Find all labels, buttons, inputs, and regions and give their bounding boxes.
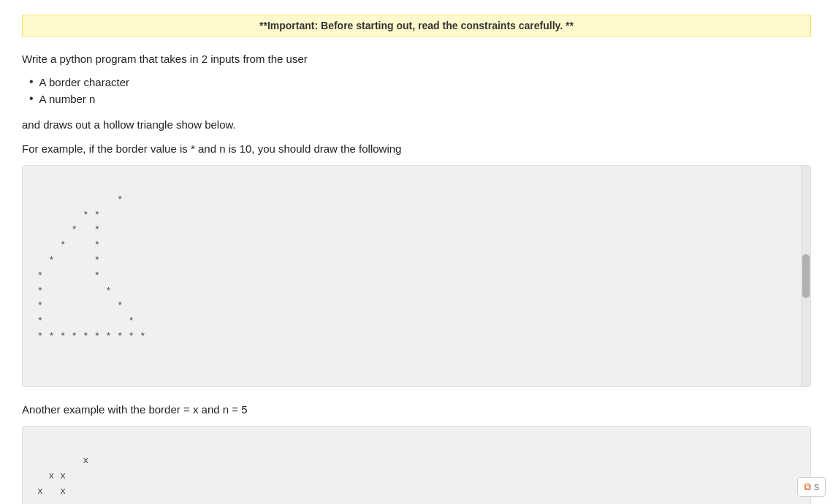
bullet-item-border: A border character [29,75,811,88]
bottom-badge: ⧉ S [797,477,826,497]
intro-text: Write a python program that takes in 2 i… [22,53,811,65]
copy-icon: ⧉ [804,481,811,493]
another-example-text: Another example with the border = x and … [22,403,811,416]
small-triangle-box: x x x x x x x x x x x x [22,426,811,504]
small-triangle-content: x x x x x x x x x x x x [37,455,88,504]
bullet-item-number-text: A number n [39,93,96,105]
scrollbar-track[interactable] [802,166,810,386]
important-banner: **Important: Before starting out, read t… [22,15,811,37]
bullet-item-border-text: A border character [39,76,129,88]
draws-text: and draws out a hollow triangle show bel… [22,118,811,131]
badge-label: S [814,483,819,492]
example-text: For example, if the border value is * an… [22,142,811,155]
large-triangle-box: * * * * * * * * * * * * * * * * * * * * … [22,165,811,387]
large-triangle-content: * * * * * * * * * * * * * * * * * * * * … [37,194,145,342]
bullet-list: A border character A number n [22,75,811,105]
bullet-item-number: A number n [29,92,811,105]
page-container: **Important: Before starting out, read t… [0,0,833,504]
scrollbar-thumb[interactable] [802,254,810,298]
